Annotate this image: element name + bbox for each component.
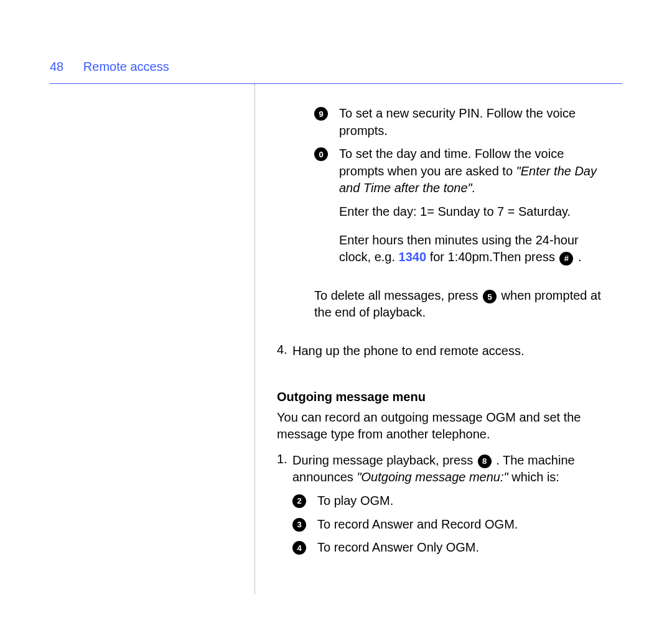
step-4-text: Hang up the phone to end remote access. xyxy=(292,343,604,360)
bullet-0: 0 To set the day and time. Follow the vo… xyxy=(314,146,604,197)
key-2-icon: 2 xyxy=(292,494,306,508)
key-0-icon: 0 xyxy=(314,147,328,161)
key-5-icon: 5 xyxy=(483,290,497,303)
hash-key-icon: # xyxy=(559,252,573,266)
right-column: 9 To set a new security PIN. Follow the … xyxy=(255,84,622,594)
bullet-0-text: To set the day and time. Follow the voic… xyxy=(339,146,604,197)
time-code: 1340 xyxy=(399,250,427,264)
ogm-option-4-text: To record Answer Only OGM. xyxy=(317,539,479,557)
left-column xyxy=(50,84,255,594)
enter-time-text: Enter hours then minutes using the 24-ho… xyxy=(339,232,604,266)
key-9-icon: 9 xyxy=(314,107,328,121)
page-number: 48 xyxy=(50,60,63,73)
time-suffix: . xyxy=(574,250,581,264)
ogm-step-1-number: 1. xyxy=(277,452,292,486)
ogm-option-3: 3 To record Answer and Record OGM. xyxy=(292,516,604,534)
key-4-icon: 4 xyxy=(292,541,306,555)
ogm-option-4: 4 To record Answer Only OGM. xyxy=(292,539,604,557)
ogm-intro-text: You can record an outgoing message OGM a… xyxy=(277,409,604,443)
bullet-9-text: To set a new security PIN. Follow the vo… xyxy=(339,105,604,139)
ogm-step1-italic: "Outgoing message menu:" xyxy=(357,470,508,484)
enter-day-text: Enter the day: 1= Sunday to 7 = Saturday… xyxy=(339,203,604,221)
outgoing-message-heading: Outgoing message menu xyxy=(277,390,604,404)
delete-prefix: To delete all messages, press xyxy=(314,289,482,302)
page-header: 48 Remote access xyxy=(50,60,622,74)
ogm-option-3-text: To record Answer and Record OGM. xyxy=(317,516,518,534)
ogm-step-1: 1. During message playback, press 8 . Th… xyxy=(277,452,604,486)
ogm-options: 2 To play OGM. 3 To record Answer and Re… xyxy=(292,492,604,557)
ogm-step1-suffix: which is: xyxy=(508,470,559,484)
step-4-number: 4. xyxy=(277,343,292,360)
delete-all-text: To delete all messages, press 5 when pro… xyxy=(314,287,604,321)
key-8-icon: 8 xyxy=(478,455,492,468)
ogm-step1-prefix: During message playback, press xyxy=(292,453,477,467)
section-title: Remote access xyxy=(83,60,169,73)
bullet-9: 9 To set a new security PIN. Follow the … xyxy=(314,105,604,139)
time-mid: for 1:40pm.Then press xyxy=(426,250,558,264)
content-columns: 9 To set a new security PIN. Follow the … xyxy=(50,84,622,594)
step-4: 4. Hang up the phone to end remote acces… xyxy=(277,343,604,360)
ogm-step-1-text: During message playback, press 8 . The m… xyxy=(292,452,604,486)
ogm-option-2-text: To play OGM. xyxy=(317,492,393,510)
ogm-option-2: 2 To play OGM. xyxy=(292,492,604,510)
key-3-icon: 3 xyxy=(292,518,306,532)
